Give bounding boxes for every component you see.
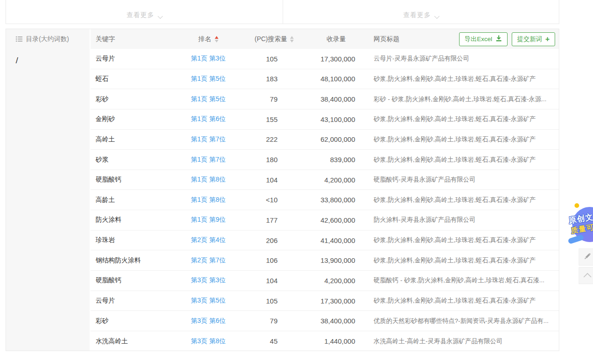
page-title-cell: 砂浆,防火涂料,金刚砂,高岭土,珍珠岩,蛭石,真石漆-永源矿产 — [355, 297, 559, 305]
table-row: 钢结构防火涂料 第2页 第7位 106 13,900,000 砂浆,防火涂料,金… — [91, 250, 559, 271]
table-row: 防火涂料 第1页 第9位 177 42,600,000 防火涂料-灵寿县永源矿产… — [91, 210, 559, 231]
page-title-cell: 砂浆,防火涂料,金刚砂,高岭土,珍珠岩,蛭石,真石漆-永源矿产 — [355, 256, 559, 265]
rank-link[interactable]: 第1页 第3位 — [191, 55, 225, 62]
directory-title: 目录(大约词数) — [26, 35, 69, 43]
rank-cell: 第3页 第8位 — [185, 337, 231, 346]
chevron-down-icon — [434, 14, 439, 19]
pc-volume-cell: 177 — [231, 216, 278, 224]
keyword-cell: 高岭土 — [91, 135, 185, 144]
keyword-cell: 金刚砂 — [91, 115, 185, 123]
rank-cell: 第1页 第8位 — [185, 176, 231, 184]
sort-icon-rank[interactable] — [215, 36, 218, 42]
export-excel-label: 导出Excel — [465, 35, 492, 43]
rank-link[interactable]: 第2页 第4位 — [191, 236, 225, 243]
pc-volume-cell: 79 — [231, 95, 278, 103]
export-excel-button[interactable]: 导出Excel — [459, 32, 508, 46]
table-row: 彩砂 第3页 第6位 79 38,400,000 优质的天然彩砂都有哪些特点?-… — [91, 311, 559, 331]
rank-link[interactable]: 第1页 第8位 — [191, 176, 225, 183]
pc-volume-cell: 104 — [231, 176, 278, 184]
submit-new-words-button[interactable]: 提交新词 + — [512, 32, 555, 46]
indexed-cell: 4,200,000 — [278, 277, 355, 285]
table-row: 珍珠岩 第2页 第4位 206 41,400,000 砂浆,防火涂料,金刚砂,高… — [91, 231, 559, 251]
table-row: 彩砂 第1页 第5位 79 38,400,000 彩砂 - 砂浆,防火涂料,金刚… — [91, 89, 559, 109]
directory-sidebar: 目录(大约词数) / — [6, 29, 91, 351]
rank-cell: 第1页 第8位 — [185, 196, 231, 204]
keyword-cell: 硬脂酸钙 — [91, 276, 185, 285]
page-title-cell: 砂浆,防火涂料,金刚砂,高岭土,珍珠岩,蛭石,真石漆-永源矿产 — [355, 135, 559, 144]
rank-link[interactable]: 第1页 第5位 — [191, 95, 225, 103]
indexed-cell: 1,440,000 — [278, 337, 355, 345]
pc-volume-cell: 104 — [231, 277, 278, 285]
view-more-left[interactable]: 查看更多 — [6, 0, 283, 24]
pencil-icon — [583, 252, 592, 262]
indexed-cell: 41,400,000 — [278, 237, 355, 244]
keyword-cell: 防火涂料 — [91, 216, 185, 224]
table-row: 硬脂酸钙 第3页 第3位 104 4,200,000 硬脂酸钙 - 砂浆,防火涂… — [91, 271, 559, 291]
rank-link[interactable]: 第1页 第9位 — [191, 216, 225, 223]
indexed-cell: 42,600,000 — [278, 216, 355, 224]
plus-icon: + — [545, 37, 550, 42]
indexed-cell: 48,100,000 — [278, 75, 355, 83]
rank-cell: 第1页 第5位 — [185, 95, 231, 103]
column-header-rank[interactable]: 排名 — [185, 35, 231, 43]
sort-icon-pc-volume[interactable] — [290, 36, 294, 42]
column-header-rank-label: 排名 — [199, 35, 212, 43]
page-title-cell: 砂浆,防火涂料,金刚砂,高岭土,珍珠岩,蛭石,真石漆-永源矿产 — [355, 236, 559, 244]
table-header-row: 关键字 排名 (PC)搜索量 收录量 网页标题 导出Excel — [91, 29, 559, 49]
page-title-cell: 云母片-灵寿县永源矿产品有限公司 — [355, 55, 559, 63]
column-header-keyword: 关键字 — [91, 35, 185, 43]
table-row: 水洗高岭土 第3页 第8位 45 1,440,000 水洗高岭土-高岭土-灵寿县… — [91, 331, 559, 352]
pc-volume-cell: <10 — [231, 196, 278, 204]
rank-cell: 第2页 第4位 — [185, 236, 231, 244]
keyword-cell: 彩砂 — [91, 317, 185, 325]
keyword-cell: 云母片 — [91, 55, 185, 63]
top-section: 查看更多 查看更多 — [6, 0, 559, 24]
rank-link[interactable]: 第2页 第7位 — [191, 256, 225, 264]
indexed-cell: 13,900,000 — [278, 256, 355, 264]
indexed-cell: 17,300,000 — [278, 55, 355, 63]
rank-link[interactable]: 第1页 第8位 — [191, 196, 225, 203]
pc-volume-cell: 222 — [231, 135, 278, 143]
rank-link[interactable]: 第1页 第7位 — [191, 135, 225, 143]
rank-cell: 第1页 第9位 — [185, 216, 231, 224]
table-row: 云母片 第3页 第5位 105 17,300,000 砂浆,防火涂料,金刚砂,高… — [91, 291, 559, 311]
pc-volume-cell: 105 — [231, 297, 278, 305]
column-header-pc-volume[interactable]: (PC)搜索量 — [231, 35, 294, 43]
rank-link[interactable]: 第1页 第7位 — [191, 156, 225, 163]
keyword-cell: 蛭石 — [91, 75, 185, 83]
rank-link[interactable]: 第3页 第8位 — [191, 337, 225, 345]
rank-link[interactable]: 第3页 第3位 — [191, 276, 225, 284]
rank-link[interactable]: 第1页 第5位 — [191, 75, 225, 82]
page-title-cell: 硬脂酸钙 - 砂浆,防火涂料,金刚砂,高岭土,珍珠岩,蛭石,真石漆... — [355, 276, 559, 285]
back-to-top-button[interactable] — [579, 267, 593, 284]
column-header-pc-volume-label: (PC)搜索量 — [254, 35, 287, 43]
rank-cell: 第2页 第7位 — [185, 256, 231, 265]
keyword-table: 关键字 排名 (PC)搜索量 收录量 网页标题 导出Excel — [91, 29, 559, 351]
page-title-cell: 防火涂料-灵寿县永源矿产品有限公司 — [355, 216, 559, 224]
view-more-left-label: 查看更多 — [127, 11, 154, 19]
keyword-cell: 云母片 — [91, 297, 185, 305]
rank-link[interactable]: 第3页 第5位 — [191, 297, 225, 304]
table-row: 硬脂酸钙 第1页 第8位 104 4,200,000 硬脂酸钙-灵寿县永源矿产品… — [91, 170, 559, 190]
keyword-cell: 珍珠岩 — [91, 236, 185, 244]
pc-volume-cell: 105 — [231, 55, 278, 63]
rank-link[interactable]: 第1页 第6位 — [191, 115, 225, 122]
original-content-badge[interactable]: 原创文 质量可 — [571, 203, 593, 248]
keyword-cell: 钢结构防火涂料 — [91, 256, 185, 265]
keyword-rank-panel: 目录(大约词数) / 关键字 排名 (PC)搜索量 收录量 网页标题 — [6, 29, 559, 351]
rank-link[interactable]: 第3页 第6位 — [191, 317, 225, 324]
chevron-up-icon — [583, 272, 592, 280]
indexed-cell: 33,800,000 — [278, 196, 355, 204]
indexed-cell: 17,300,000 — [278, 297, 355, 305]
rank-cell: 第1页 第6位 — [185, 115, 231, 123]
edit-button[interactable] — [579, 249, 593, 266]
page-title-cell: 硬脂酸钙-灵寿县永源矿产品有限公司 — [355, 176, 559, 184]
pc-volume-cell: 183 — [231, 75, 278, 83]
sidebar-item-root[interactable]: / — [6, 49, 90, 66]
page-title-cell: 砂浆,防火涂料,金刚砂,高岭土,珍珠岩,蛭石,真石漆-永源矿产 — [355, 115, 559, 123]
view-more-right[interactable]: 查看更多 — [283, 0, 559, 24]
keyword-cell: 高龄土 — [91, 196, 185, 204]
keyword-cell: 水洗高岭土 — [91, 337, 185, 346]
rank-cell: 第1页 第5位 — [185, 75, 231, 83]
keyword-cell: 彩砂 — [91, 95, 185, 103]
